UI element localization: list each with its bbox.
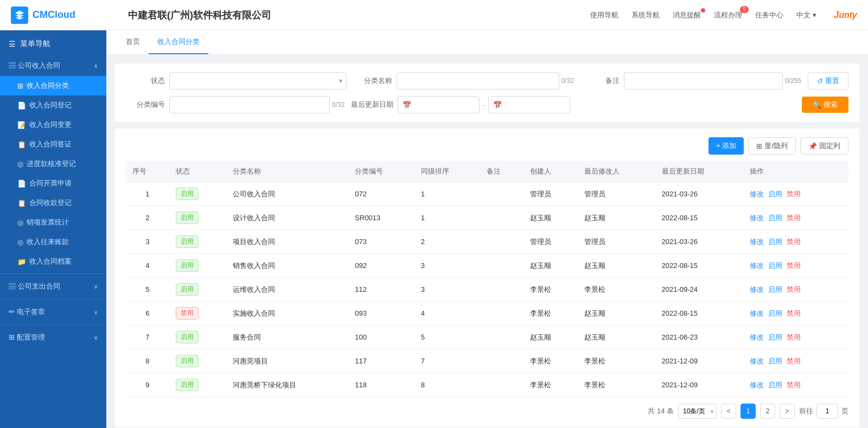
edit-action[interactable]: 修改 <box>750 381 764 389</box>
page-2-button[interactable]: 2 <box>760 404 775 419</box>
edit-action[interactable]: 修改 <box>750 238 764 246</box>
edit-icon: 📝 <box>17 121 26 129</box>
search-button[interactable]: 🔍 搜索 <box>802 97 848 113</box>
prev-page-button[interactable]: < <box>721 404 736 419</box>
nav-messages[interactable]: 消息提醒 <box>673 10 701 20</box>
sidebar-item-contract-change[interactable]: 📝 收入合同变更 <box>0 115 106 135</box>
cell-date: 2021-06-23 <box>655 325 744 349</box>
sidebar-item-payment-register[interactable]: 📋 合同收款登记 <box>0 193 106 213</box>
cell-date: 2021-12-09 <box>655 373 744 397</box>
disable-action[interactable]: 禁用 <box>787 190 801 198</box>
reset-button[interactable]: ↺ 重置 <box>808 72 848 90</box>
edit-action[interactable]: 修改 <box>750 261 764 270</box>
per-page-select[interactable]: 10条/页 20条/页 50条/页 <box>678 404 717 419</box>
sidebar-item-accounts[interactable]: ◎ 收入往来账款 <box>0 232 106 252</box>
date-label: 最后更新日期 <box>351 100 398 110</box>
remark-input[interactable] <box>624 72 783 90</box>
disable-action[interactable]: 禁用 <box>787 333 801 341</box>
enable-action[interactable]: 启用 <box>768 190 782 198</box>
category-name-input[interactable] <box>397 72 559 90</box>
sidebar-group-esign-header[interactable]: ✏ 电子签章 ∨ <box>0 302 106 322</box>
page-1-button[interactable]: 1 <box>741 404 756 419</box>
sidebar-item-archives[interactable]: 📁 收入合同档案 <box>0 252 106 271</box>
enable-action[interactable]: 启用 <box>768 238 782 246</box>
cell-no: 2 <box>126 206 169 230</box>
enable-action[interactable]: 启用 <box>768 309 782 317</box>
col-remark: 备注 <box>480 161 524 182</box>
cell-sort: 3 <box>414 278 480 302</box>
date-end-input[interactable]: 📅 <box>488 96 570 113</box>
cell-sort: 3 <box>414 254 480 278</box>
breadcrumb-home[interactable]: 首页 <box>117 30 149 54</box>
breadcrumb-current[interactable]: 收入合同分类 <box>149 30 208 54</box>
edit-action[interactable]: 修改 <box>750 357 764 365</box>
sidebar-menu-title[interactable]: ☰ 菜单导航 <box>0 30 106 55</box>
edit-action[interactable]: 修改 <box>750 190 764 198</box>
sidebar-item-contract-register[interactable]: 📄 收入合同登记 <box>0 95 106 115</box>
sidebar-item-invoice-apply[interactable]: 📄 合同开票申请 <box>0 174 106 193</box>
edit-action[interactable]: 修改 <box>750 333 764 341</box>
enable-action[interactable]: 启用 <box>768 285 782 293</box>
disable-action[interactable]: 禁用 <box>787 261 801 270</box>
sidebar-group-income-header[interactable]: ▤ 公司收入合同 ∧ <box>0 55 106 76</box>
chevron-down-expense-icon: ∨ <box>94 284 98 290</box>
cell-sort: 4 <box>414 302 480 325</box>
accounts-icon: ◎ <box>17 238 23 246</box>
status-select[interactable]: 启用 禁用 <box>169 72 347 90</box>
enable-action[interactable]: 启用 <box>768 381 782 389</box>
category-no-input[interactable] <box>169 96 330 113</box>
nav-system-guide[interactable]: 系统导航 <box>631 10 660 20</box>
search-field-status: 状态 启用 禁用 <box>126 72 347 90</box>
status-badge: 启用 <box>176 379 199 391</box>
cell-remark <box>480 325 524 349</box>
cell-code: 112 <box>348 278 414 302</box>
cell-actions: 修改 启用 禁用 <box>743 182 848 206</box>
nav-tasks[interactable]: 任务中心 <box>755 10 783 20</box>
cell-creator: 李景松 <box>524 373 578 397</box>
sidebar-item-contract-visa[interactable]: 📋 收入合同签证 <box>0 135 106 154</box>
disable-action[interactable]: 禁用 <box>787 357 801 365</box>
add-button[interactable]: + 添加 <box>709 137 744 155</box>
cell-actions: 修改 启用 禁用 <box>743 278 848 302</box>
sidebar-group-expense-header[interactable]: ▤ 公司支出合同 ∨ <box>0 276 106 297</box>
nav-workflow[interactable]: 流程办理 5 <box>714 10 742 20</box>
table-toolbar: + 添加 ⊞ 显/隐列 📌 固定列 <box>126 137 848 155</box>
search-row-1: 状态 启用 禁用 分类名称 0/32 备注 <box>126 72 848 90</box>
cell-modifier: 李景松 <box>578 373 655 397</box>
date-start-input[interactable]: 📅 <box>398 96 480 113</box>
disable-action[interactable]: 禁用 <box>787 214 801 222</box>
col-name: 分类名称 <box>226 161 348 182</box>
enable-action[interactable]: 启用 <box>768 357 782 365</box>
disable-action[interactable]: 禁用 <box>787 238 801 246</box>
disable-action[interactable]: 禁用 <box>787 381 801 389</box>
disable-action[interactable]: 禁用 <box>787 285 801 293</box>
enable-action[interactable]: 启用 <box>768 333 782 341</box>
edit-action[interactable]: 修改 <box>750 214 764 222</box>
enable-action[interactable]: 启用 <box>768 261 782 270</box>
sidebar-item-contract-category[interactable]: ⊞ 收入合同分类 <box>0 76 106 95</box>
cell-status: 启用 <box>169 254 226 278</box>
goto-page-input[interactable] <box>816 404 838 419</box>
fix-columns-button[interactable]: 📌 固定列 <box>800 137 848 155</box>
next-page-button[interactable]: > <box>780 404 795 419</box>
lang-select[interactable]: 中文 ▾ <box>796 10 816 20</box>
sidebar-item-invoice-stats[interactable]: ◎ 销项发票统计 <box>0 213 106 232</box>
sidebar-item-progress-register[interactable]: ◎ 进度款核准登记 <box>0 154 106 174</box>
search-icon: 🔍 <box>813 101 821 109</box>
table-header-row: 序号 状态 分类名称 分类编号 同级排序 备注 创建人 最后修改人 最后更新日期… <box>126 161 848 182</box>
col-code: 分类编号 <box>348 161 414 182</box>
status-badge: 禁用 <box>176 307 199 320</box>
cell-date: 2022-08-15 <box>655 254 744 278</box>
cell-name: 运维收入合同 <box>226 278 348 302</box>
cell-sort: 8 <box>414 373 480 397</box>
cell-remark <box>480 206 524 230</box>
edit-action[interactable]: 修改 <box>750 285 764 293</box>
sidebar-group-config-header[interactable]: ⊞ 配置管理 ∨ <box>0 327 106 348</box>
enable-action[interactable]: 启用 <box>768 214 782 222</box>
nav-usage-guide[interactable]: 使用导航 <box>590 10 618 20</box>
chevron-down-config-icon: ∨ <box>94 335 98 341</box>
cell-code: 118 <box>348 373 414 397</box>
edit-action[interactable]: 修改 <box>750 309 764 317</box>
columns-button[interactable]: ⊞ 显/隐列 <box>748 137 796 155</box>
disable-action[interactable]: 禁用 <box>787 309 801 317</box>
